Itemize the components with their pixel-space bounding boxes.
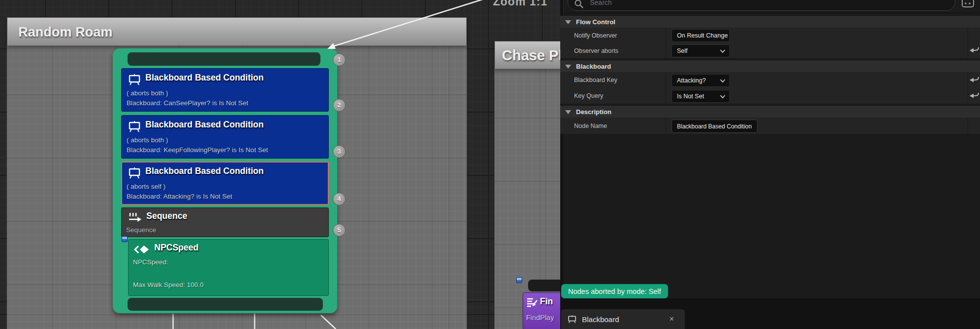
- bt-top-connector[interactable]: [128, 52, 320, 66]
- section-flow-control[interactable]: Flow Control: [560, 15, 980, 29]
- section-label: Flow Control: [576, 18, 615, 26]
- node-name-value: Blackboard Based Condition: [672, 123, 752, 130]
- aborted-nodes-notice: Nodes aborted by mode: Self: [561, 284, 668, 298]
- sequence-subtitle: Sequence: [126, 226, 156, 234]
- search-icon: [574, 0, 584, 9]
- dropdown-value: On Result Change: [672, 32, 728, 39]
- order-badge-2: 2: [333, 99, 346, 112]
- row-key-query: Key Query Is Not Set: [560, 88, 980, 104]
- order-badge-5: 5: [333, 224, 346, 237]
- chevron-down-icon: [565, 110, 571, 114]
- panel-empty-area: [563, 134, 980, 284]
- panel-options-icon[interactable]: [962, 0, 975, 8]
- row-observer-aborts: Observer aborts Self: [560, 43, 980, 59]
- blackboard-icon: [128, 121, 141, 132]
- sequence-node[interactable]: Sequence Sequence: [121, 207, 329, 237]
- chevron-down-icon: [720, 79, 725, 82]
- zoom-indicator: Zoom 1:1: [493, 0, 547, 8]
- service-title: NPCSpeed: [154, 243, 198, 253]
- row-node-name: Node Name Blackboard Based Condition: [560, 118, 980, 134]
- task-icon: [526, 297, 538, 309]
- decorator-node-keepfollowing[interactable]: Blackboard Based Condition ( aborts both…: [121, 115, 329, 159]
- decorator-title: Blackboard Based Condition: [145, 73, 264, 83]
- observer-aborts-dropdown[interactable]: Self: [671, 44, 730, 57]
- key-query-dropdown[interactable]: Is Not Set: [671, 90, 730, 103]
- row-label: Observer aborts: [560, 47, 619, 54]
- service-icon: [134, 245, 150, 254]
- blackboard-icon: [567, 314, 577, 324]
- order-badge-3: 3: [333, 145, 346, 158]
- panel-top-divider: [560, 13, 980, 13]
- chevron-down-icon: [720, 95, 725, 98]
- details-search-box[interactable]: [568, 0, 955, 11]
- row-notify-observer: Notify Observer On Result Change: [560, 28, 980, 43]
- chevron-down-icon: [720, 49, 725, 53]
- sequence-icon: [128, 212, 142, 223]
- row-blackboard-key: Blackboard Key Attacking?: [560, 72, 980, 88]
- dropdown-value: Is Not Set: [672, 93, 704, 100]
- sequence-title: Sequence: [146, 211, 187, 221]
- section-description[interactable]: Description: [560, 105, 980, 119]
- comment-title-chase[interactable]: Chase Pl: [494, 41, 564, 69]
- chevron-down-icon: [565, 65, 571, 69]
- row-label: Notify Observer: [560, 32, 617, 39]
- task-subtitle: FindPlay: [526, 314, 554, 322]
- decorator-aborts: ( aborts self ): [127, 183, 166, 190]
- dropdown-value: Attacking?: [672, 77, 706, 84]
- decorator-condition: Blackboard: Attacking? is Is Not Set: [127, 193, 232, 200]
- bt-bottom-connector[interactable]: [128, 298, 323, 311]
- section-label: Description: [576, 108, 612, 116]
- node-name-field[interactable]: Blackboard Based Condition: [671, 120, 757, 133]
- section-blackboard[interactable]: Blackboard: [560, 60, 980, 73]
- order-badge-4: 4: [333, 193, 346, 206]
- decorator-node-cansee[interactable]: Blackboard Based Condition ( aborts both…: [121, 68, 329, 112]
- close-icon[interactable]: ×: [669, 315, 674, 324]
- service-line1: NPCSpeed:: [133, 258, 168, 266]
- breakpoint-marker[interactable]: [516, 277, 522, 283]
- breakpoint-marker[interactable]: [122, 236, 128, 242]
- search-input[interactable]: [589, 0, 888, 9]
- reset-to-default-icon[interactable]: [970, 46, 980, 54]
- blackboard-key-dropdown[interactable]: Attacking?: [671, 74, 730, 87]
- decorator-condition: Blackboard: CanSeePlayer? is Is Not Set: [127, 99, 248, 107]
- decorator-condition: Blackboard: KeepFollowingPlayer? is Is N…: [127, 146, 268, 154]
- dropdown-value: Self: [672, 47, 688, 54]
- blackboard-icon: [128, 167, 141, 179]
- section-label: Blackboard: [576, 63, 611, 70]
- row-label: Key Query: [560, 92, 603, 99]
- tab-label: Blackboard: [582, 315, 619, 324]
- reset-to-default-icon[interactable]: [970, 76, 980, 84]
- order-badge-1: 1: [333, 53, 346, 66]
- comment-title-random-roam[interactable]: Random Roam: [7, 17, 467, 46]
- details-panel: Flow Control Notify Observer On Result C…: [560, 0, 980, 329]
- behavior-tree-editor: Zoom 1:1 Random Roam Chase Pl Blackboard…: [0, 0, 980, 329]
- decorator-title: Blackboard Based Condition: [145, 166, 264, 176]
- blackboard-icon: [128, 74, 141, 85]
- decorator-node-attacking-selected[interactable]: Blackboard Based Condition ( aborts self…: [121, 162, 329, 205]
- task-title: Fin: [540, 296, 553, 307]
- row-label: Node Name: [560, 123, 607, 129]
- reset-to-default-icon[interactable]: [970, 92, 980, 100]
- notify-observer-dropdown[interactable]: On Result Change: [671, 29, 730, 42]
- chevron-down-icon: [565, 20, 571, 24]
- service-node-npcspeed[interactable]: NPCSpeed NPCSpeed: Max Walk Speed: 100.0: [128, 239, 329, 296]
- decorator-aborts: ( aborts both ): [127, 89, 168, 97]
- tab-blackboard[interactable]: Blackboard ×: [561, 309, 685, 329]
- decorator-aborts: ( aborts both ): [127, 136, 168, 144]
- row-label: Blackboard Key: [560, 77, 618, 83]
- decorator-title: Blackboard Based Condition: [145, 120, 264, 130]
- service-line2: Max Walk Speed: 100.0: [133, 281, 204, 288]
